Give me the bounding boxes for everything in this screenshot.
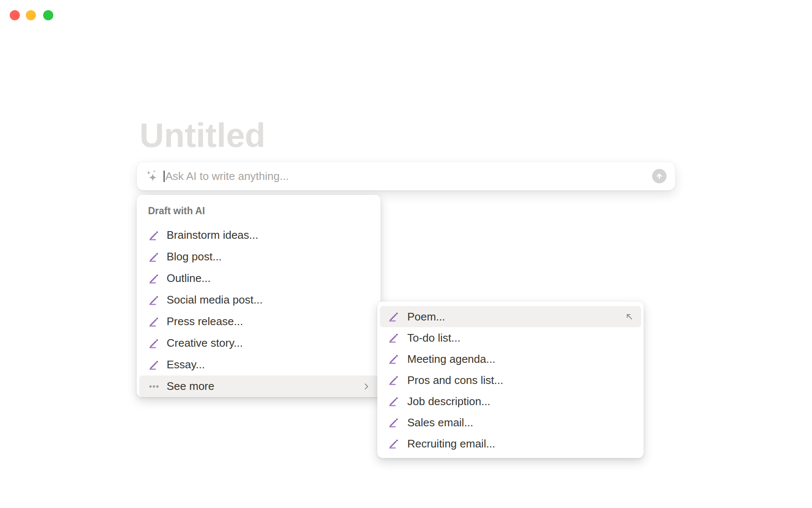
menu-item-label: Blog post... [167,250,222,263]
pencil-draft-icon [148,273,160,284]
menu-item-todo-list[interactable]: To-do list... [377,327,644,348]
pencil-draft-icon [148,337,160,349]
pencil-draft-icon [148,251,160,263]
draft-with-ai-menu: Draft with AI Brainstorm ideas... Blog p… [137,195,381,397]
menu-item-label: Social media post... [167,293,263,306]
ellipsis-icon [148,381,160,392]
menu-item-pros-and-cons-list[interactable]: Pros and cons list... [377,370,644,391]
menu-item-label: See more [167,380,214,393]
pencil-draft-icon [148,294,160,306]
menu-item-creative-story[interactable]: Creative story... [137,332,381,354]
section-label: Draft with AI [137,202,381,220]
page-title[interactable]: Untitled [140,119,266,152]
menu-item-label: Pros and cons list... [407,374,503,387]
ai-sparkle-icon [145,169,159,183]
menu-item-brainstorm-ideas[interactable]: Brainstorm ideas... [137,224,381,246]
menu-item-essay[interactable]: Essay... [137,354,381,375]
pencil-draft-icon [388,332,400,344]
window-zoom-button[interactable] [43,10,53,20]
menu-item-label: Recruiting email... [407,437,495,450]
pencil-draft-icon [148,359,160,371]
arrow-up-left-icon [624,312,634,322]
window-close-button[interactable] [10,10,20,20]
submit-button[interactable] [652,169,667,183]
menu-item-job-description[interactable]: Job description... [377,391,644,412]
menu-item-label: Essay... [167,358,205,371]
menu-item-press-release[interactable]: Press release... [137,311,381,332]
window-minimize-button[interactable] [26,10,36,20]
see-more-submenu: Poem... To-do list... Meeting agenda... … [377,301,644,458]
pencil-draft-icon [148,229,160,241]
menu-item-meeting-agenda[interactable]: Meeting agenda... [377,348,644,370]
pencil-draft-icon [388,311,400,323]
pencil-draft-icon [388,395,400,407]
menu-item-sales-email[interactable]: Sales email... [377,412,644,433]
pencil-draft-icon [388,374,400,386]
menu-item-label: Meeting agenda... [407,353,495,366]
menu-item-label: To-do list... [407,331,461,345]
ai-prompt-input[interactable] [165,170,652,183]
menu-item-label: Creative story... [167,337,243,350]
pencil-draft-icon [388,353,400,365]
menu-item-label: Press release... [167,315,243,328]
menu-item-poem[interactable]: Poem... [380,306,641,327]
menu-item-see-more[interactable]: See more [139,375,378,397]
menu-item-blog-post[interactable]: Blog post... [137,246,381,268]
ai-input-bar[interactable] [137,162,675,190]
arrow-up-icon [655,171,664,181]
pencil-draft-icon [388,438,400,450]
menu-item-social-media-post[interactable]: Social media post... [137,289,381,311]
menu-item-label: Outline... [167,272,211,285]
menu-item-recruiting-email[interactable]: Recruiting email... [377,433,644,454]
pencil-draft-icon [148,316,160,328]
menu-item-label: Job description... [407,395,491,408]
menu-item-label: Sales email... [407,416,473,429]
text-cursor [164,171,165,182]
chevron-right-icon [361,381,371,392]
menu-item-label: Brainstorm ideas... [167,229,258,242]
menu-item-outline[interactable]: Outline... [137,268,381,289]
pencil-draft-icon [388,417,400,428]
menu-item-label: Poem... [407,310,445,323]
